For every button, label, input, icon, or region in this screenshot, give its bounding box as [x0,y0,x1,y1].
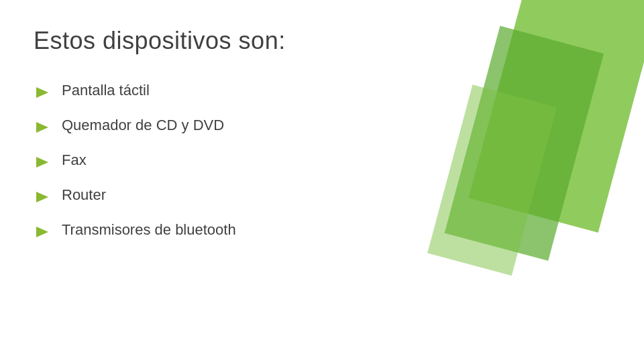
bullet-text-2: Quemador de CD y DVD [62,117,224,134]
bullet-item-4: Router [34,186,436,206]
slide: Estos dispositivos son: Pantalla táctil … [0,0,644,362]
bullet-icon-5 [34,223,52,241]
bullet-icon-4 [34,188,52,206]
bullet-text-1: Pantalla táctil [62,82,150,99]
bullet-list: Pantalla táctil Quemador de CD y DVD Fax… [34,82,436,241]
deco-shape-1 [468,0,644,233]
bullet-item-5: Transmisores de bluetooth [34,221,436,241]
svg-marker-4 [36,227,48,237]
content-area: Estos dispositivos son: Pantalla táctil … [0,0,470,362]
bullet-item-1: Pantalla táctil [34,82,436,102]
svg-marker-3 [36,192,48,202]
decoration-container [443,0,644,362]
bullet-text-5: Transmisores de bluetooth [62,221,236,239]
bullet-text-4: Router [62,186,106,204]
bullet-icon-2 [34,118,52,137]
slide-title: Estos dispositivos son: [34,27,436,55]
bullet-text-3: Fax [62,152,87,169]
svg-marker-1 [36,122,48,133]
bullet-icon-1 [34,83,52,102]
bullet-item-3: Fax [34,152,436,172]
svg-marker-0 [36,87,48,98]
bullet-item-2: Quemador de CD y DVD [34,117,436,137]
bullet-icon-3 [34,153,52,172]
svg-marker-2 [36,157,48,168]
